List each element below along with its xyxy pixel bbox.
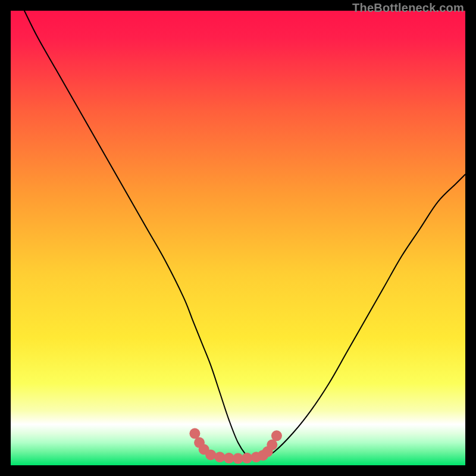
marker-dot xyxy=(267,440,277,450)
chart-plot-area xyxy=(11,11,465,465)
marker-dot xyxy=(242,453,252,464)
chart-frame: TheBottleneck.com xyxy=(0,0,476,476)
chart-svg xyxy=(11,11,465,465)
chart-background xyxy=(11,11,465,465)
marker-dot xyxy=(189,428,200,439)
marker-dot xyxy=(224,453,234,464)
marker-dot xyxy=(205,449,216,460)
marker-dot xyxy=(214,452,225,462)
watermark-text: TheBottleneck.com xyxy=(352,1,464,15)
marker-dot xyxy=(233,453,243,464)
marker-dot xyxy=(271,430,282,441)
